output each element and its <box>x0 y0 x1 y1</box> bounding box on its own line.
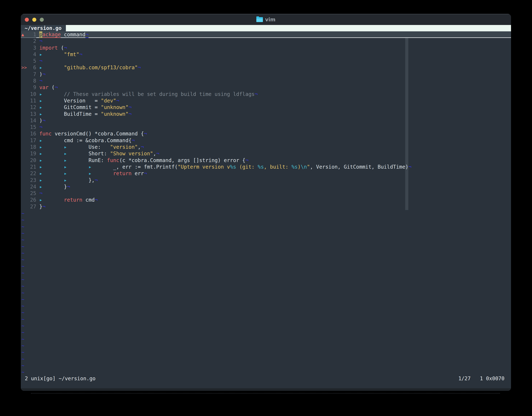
gutter-sign-empty <box>21 203 27 210</box>
code-segment: }, <box>88 177 95 184</box>
tilde-marker: ~ <box>21 296 24 303</box>
code-segment: return <box>64 197 82 203</box>
eol-marker: ¬ <box>95 177 98 184</box>
code-line-19: 19▸ ▸ Short: "Show version",¬ <box>21 150 511 157</box>
tilde-marker: ~ <box>21 256 24 263</box>
gutter-sign-empty <box>21 97 27 104</box>
tab-indent-marker: ▸ <box>39 184 64 190</box>
line-number: 12 <box>27 104 36 111</box>
code-line-24: 24▸ }¬ <box>21 184 511 190</box>
statusline-right: 1/27 1 0x0070 <box>458 376 504 382</box>
row-filler <box>135 137 511 144</box>
tilde-marker: ~ <box>21 290 24 296</box>
code-line-2: 2¬ <box>21 38 511 45</box>
tilde-marker: ~ <box>21 336 24 342</box>
terminal-window: vim ~/version.go ▲1package command¬2¬3im… <box>21 14 511 391</box>
row-filler <box>67 45 511 51</box>
cursor-block: p <box>39 31 42 38</box>
editor-buffer[interactable]: ▲1package command¬2¬3import (¬4▸ "fmt"¬5… <box>21 31 511 375</box>
line-number: 20 <box>27 157 36 164</box>
empty-line: ~ <box>21 342 511 349</box>
code-segment: _, err := fmt.Printf( <box>113 164 178 170</box>
eol-marker: ¬ <box>39 78 42 84</box>
code-text: ▸ BuildTime = "unknown"¬ <box>39 111 132 117</box>
code-line-27: 27}¬ <box>21 203 511 210</box>
minimize-button[interactable] <box>32 18 36 22</box>
gutter-sign-empty <box>21 111 27 117</box>
row-filler <box>88 31 511 38</box>
code-segment: // These variables will be set during bu… <box>64 91 254 97</box>
gutter-sign-empty <box>21 184 27 190</box>
code-text: )¬ <box>39 117 45 124</box>
tilde-marker: ~ <box>21 303 24 309</box>
row-filler <box>258 91 511 97</box>
zoom-button[interactable] <box>40 18 44 22</box>
close-button[interactable] <box>25 18 29 22</box>
line-number: 2 <box>27 38 36 45</box>
tab-indent-marker: ▸ <box>64 170 88 177</box>
vim-command-line[interactable] <box>21 382 511 388</box>
line-number: 18 <box>27 144 36 150</box>
eol-marker: ¬ <box>156 150 159 157</box>
code-segment: "Show version" <box>110 150 153 157</box>
eol-marker: ¬ <box>39 124 42 131</box>
code-segment: var <box>39 84 48 91</box>
row-filler <box>45 203 511 210</box>
code-segment: func <box>107 157 119 164</box>
code-text: ▸ return cmd¬ <box>39 197 98 203</box>
code-segment: func <box>39 131 51 137</box>
empty-line: ~ <box>21 223 511 230</box>
code-segment: %s <box>230 164 236 170</box>
eol-marker: ¬ <box>144 131 147 137</box>
tilde-marker: ~ <box>21 329 24 336</box>
tab-version-go[interactable]: ~/version.go <box>21 25 66 31</box>
eol-marker: ¬ <box>39 190 42 197</box>
tabline-fill <box>66 25 511 31</box>
tab-indent-marker: ▸ <box>39 144 64 150</box>
gutter-sign-empty <box>21 164 27 170</box>
eol-marker: ¬ <box>132 137 135 144</box>
code-text: ▸ ▸ ▸ return err¬ <box>39 170 147 177</box>
empty-line: ~ <box>21 303 511 309</box>
row-filler <box>132 111 511 117</box>
code-text: ▸ ▸ Short: "Show version",¬ <box>39 150 159 157</box>
code-line-14: 14)¬ <box>21 117 511 124</box>
tab-indent-marker: ▸ <box>64 164 88 170</box>
code-text: ¬ <box>39 78 42 84</box>
empty-line: ~ <box>21 276 511 283</box>
line-number: 26 <box>27 197 36 203</box>
gutter-sign-empty <box>21 58 27 64</box>
tilde-marker: ~ <box>21 362 24 369</box>
row-filler <box>249 157 511 164</box>
tilde-marker: ~ <box>21 316 24 322</box>
code-segment: "unknown" <box>101 104 129 111</box>
code-text: ▸ ▸ },¬ <box>39 177 98 184</box>
line-number: 3 <box>27 45 36 51</box>
code-segment: cmd <box>82 197 95 203</box>
code-line-8: 8¬ <box>21 78 511 84</box>
gutter-sign: ▲ <box>21 31 27 38</box>
code-segment: "unknown" <box>101 111 129 117</box>
code-segment: , <box>153 150 156 157</box>
code-line-20: 20▸ ▸ RunE: func(c *cobra.Command, args … <box>21 157 511 164</box>
code-text: package command¬ <box>39 31 88 38</box>
window-titlebar[interactable]: vim <box>21 14 511 25</box>
code-segment: (c *cobra.Command, args []string) error … <box>119 157 245 164</box>
gutter-sign-empty <box>21 197 27 203</box>
statusline-left: 2 unix[go] ~/version.go <box>25 376 96 382</box>
code-segment: ) <box>39 71 42 78</box>
eol-marker: ¬ <box>245 157 249 164</box>
empty-line: ~ <box>21 250 511 256</box>
code-line-22: 22▸ ▸ ▸ return err¬ <box>21 170 511 177</box>
gutter-sign-empty <box>21 78 27 84</box>
code-segment: ) <box>298 164 301 170</box>
eol-marker: ¬ <box>141 144 144 150</box>
tab-indent-marker: ▸ <box>39 51 64 58</box>
eol-marker: ¬ <box>254 91 258 97</box>
line-number: 5 <box>27 58 36 64</box>
code-line-15: 15¬ <box>21 124 511 131</box>
gutter-sign-empty <box>21 91 27 97</box>
row-filler <box>42 58 511 64</box>
empty-line: ~ <box>21 256 511 263</box>
gutter-sign-empty <box>21 137 27 144</box>
